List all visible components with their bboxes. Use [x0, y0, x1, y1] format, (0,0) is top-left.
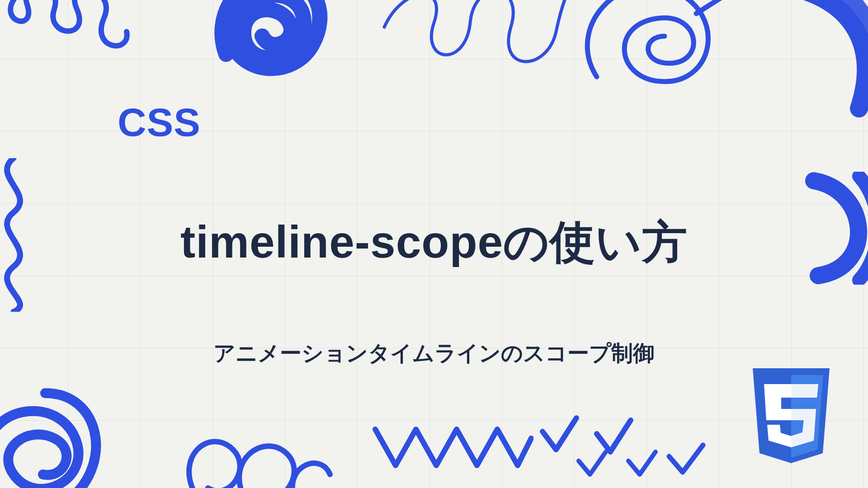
content-area: CSS timeline-scopeの使い方 アニメーションタイムラインのスコー…: [0, 0, 868, 488]
category-label: CSS: [118, 99, 201, 145]
css3-logo-icon: [746, 368, 836, 470]
page-title: timeline-scopeの使い方: [180, 212, 688, 273]
page-subtitle: アニメーションタイムラインのスコープ制御: [213, 339, 655, 368]
